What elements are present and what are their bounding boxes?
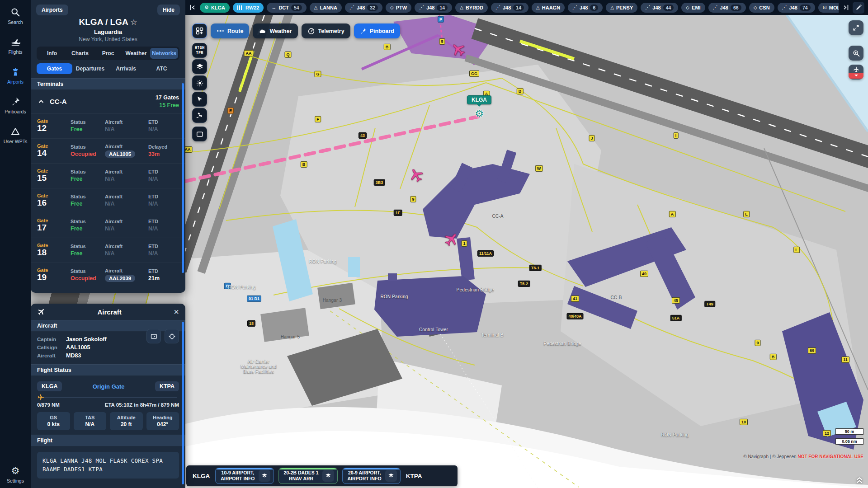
- layers-icon: [259, 470, 270, 482]
- route-waypoint-chip[interactable]: PENSY: [606, 3, 637, 13]
- airport-tab[interactable]: Info: [38, 48, 66, 59]
- center-map-button[interactable]: [192, 127, 207, 141]
- route-waypoint-chip[interactable]: J48 6: [568, 3, 603, 13]
- expand-panel-button[interactable]: [854, 474, 864, 484]
- route-waypoint-chip[interactable]: BYRDD: [455, 3, 488, 13]
- hide-panel-button[interactable]: Hide: [157, 5, 180, 15]
- telemetry-toggle-button[interactable]: Telemetry: [302, 23, 350, 38]
- route-waypoint-chip[interactable]: J48 44: [641, 3, 678, 13]
- close-icon[interactable]: ×: [174, 308, 179, 316]
- telemetry-gauge-button[interactable]: [146, 329, 161, 343]
- rail-item-pinboards[interactable]: Pinboards: [5, 97, 26, 114]
- route-waypoint-chip[interactable]: J48 66: [708, 3, 746, 13]
- waypoint-label: J48: [503, 5, 511, 10]
- airport-tab[interactable]: Weather: [122, 48, 150, 59]
- zoom-area-button[interactable]: [849, 46, 863, 61]
- edit-route-button[interactable]: [853, 2, 864, 14]
- route-waypoint-chip[interactable]: J48 14: [491, 3, 528, 13]
- follow-aircraft-button[interactable]: [849, 65, 863, 80]
- rail-item-airports[interactable]: Airports: [7, 67, 24, 84]
- rail-item-settings[interactable]: ⚙ Settings: [7, 466, 24, 483]
- expand-map-button[interactable]: [849, 20, 863, 35]
- waypoint-icon: [314, 5, 318, 10]
- leg-distance-badge: 14: [437, 5, 448, 11]
- network-subtab[interactable]: Arrivals: [108, 63, 144, 74]
- route-waypoint-chip[interactable]: EMI: [681, 3, 705, 13]
- network-subtab[interactable]: Departures: [72, 63, 108, 74]
- origin-airport-pill[interactable]: KLGA: [37, 381, 62, 391]
- gate-row[interactable]: Gate12 StatusFree AircraftN/A ETDN/A: [31, 113, 185, 138]
- layers-button[interactable]: [192, 59, 207, 74]
- route-waypoint-chip[interactable]: CSN: [749, 3, 774, 13]
- chart-button[interactable]: 20-2B DADES 1RNAV ARR: [278, 468, 338, 484]
- route-waypoint-chip[interactable]: J48 32: [345, 3, 382, 13]
- terminal-group-header[interactable]: CC-A 17 Gates 15 Free: [31, 90, 185, 113]
- collapse-left-icon[interactable]: [189, 4, 197, 11]
- aircraft-marker[interactable]: [406, 165, 427, 186]
- rail-item-user-wpts[interactable]: User WPTs: [4, 127, 28, 144]
- chart-layer-button[interactable]: HIGH IFR: [192, 43, 207, 58]
- favorite-star-icon[interactable]: ☆: [130, 18, 137, 27]
- route-waypoint-chip[interactable]: RW22: [233, 3, 264, 13]
- gates-scrollbar[interactable]: [182, 83, 184, 273]
- route-waypoint-chip[interactable]: J48 74: [778, 3, 815, 13]
- network-subtab[interactable]: ATC: [144, 63, 179, 74]
- progress-plane-icon: [37, 394, 44, 401]
- rail-item-search[interactable]: Search: [8, 7, 23, 25]
- aircraft-marker[interactable]: [448, 39, 469, 61]
- waypoint-label: KLGA: [211, 5, 225, 10]
- gate-status: Free: [71, 201, 105, 207]
- route-waypoint-chip[interactable]: LANNA: [310, 3, 342, 13]
- airport-tab[interactable]: Charts: [66, 48, 94, 59]
- route-waypoint-chip[interactable]: HAAGN: [532, 3, 565, 13]
- waypoint-icon: [271, 5, 276, 10]
- route-waypoint-chip[interactable]: J48 14: [415, 3, 452, 13]
- gate-row[interactable]: Gate15 StatusFree AircraftN/A ETDN/A: [31, 163, 185, 188]
- chart-button[interactable]: 10-9 AIRPORT,AIRPORT INFO: [215, 468, 274, 484]
- brightness-button[interactable]: [192, 75, 207, 90]
- locate-aircraft-button[interactable]: [165, 329, 179, 343]
- route-waypoint-chip[interactable]: KLGA: [200, 3, 230, 13]
- rail-item-flights[interactable]: Flights: [9, 37, 23, 55]
- route-waypoint-chip[interactable]: PTW: [386, 3, 411, 13]
- origin-gate-link[interactable]: Origin Gate: [62, 383, 155, 390]
- skip-end-icon[interactable]: [842, 4, 849, 11]
- weather-toggle-button[interactable]: Weather: [253, 23, 297, 38]
- route-waypoint-chip[interactable]: MOL: [818, 3, 839, 13]
- gate-row[interactable]: Gate19 StatusOccupied AircraftAAL2039 ET…: [31, 263, 185, 287]
- gate-row[interactable]: Gate18 StatusFree AircraftN/A ETDN/A: [31, 238, 185, 263]
- orientation-button[interactable]: [192, 92, 207, 107]
- aircraft-field-row: Aircraft MD83: [37, 352, 179, 359]
- leg-distance-badge: 74: [800, 5, 811, 11]
- leg-distance-badge: 44: [663, 5, 674, 11]
- gate-row[interactable]: Gate14 StatusOccupied AircraftAAL1005 De…: [31, 138, 185, 163]
- airports-breadcrumb-button[interactable]: Airports: [36, 5, 68, 15]
- chart-bar: KLGA 10-9 AIRPORT,AIRPORT INFO 20-2B DAD…: [186, 465, 458, 486]
- route-waypoint-chip[interactable]: DCT 54: [267, 3, 306, 13]
- waypoint-icon: [823, 5, 827, 10]
- map-canvas[interactable]: AAQBGGGFABEAAB43JIW3B31F9AL111/11AT6-1T6…: [185, 15, 868, 488]
- gate-row[interactable]: Gate16 StatusFree AircraftN/A ETDN/A: [31, 188, 185, 213]
- flight-route-text[interactable]: KLGA LANNA J48 MOL FLASK COREX SPA BAAMF…: [37, 452, 179, 479]
- destination-airport-pill[interactable]: KTPA: [155, 381, 179, 391]
- satellite-button[interactable]: [192, 108, 207, 123]
- chart-button[interactable]: 20-9 AIRPORT,AIRPORT INFO: [342, 468, 401, 484]
- airport-tab[interactable]: Proc: [94, 48, 122, 59]
- airport-map-tag[interactable]: KLGA ⚙: [467, 95, 491, 119]
- distance-progress: 0/879 NM: [37, 402, 60, 408]
- pinboard-grid-button[interactable]: [192, 23, 207, 38]
- frame-icon: [196, 130, 204, 138]
- aircraft-marker[interactable]: [440, 229, 462, 250]
- flight-section-header: Flight: [31, 435, 185, 446]
- waypoint-label: HAAGN: [542, 5, 560, 10]
- map-toolbar: Route Weather Telemetry Pinboard: [192, 23, 400, 38]
- route-toggle-button[interactable]: Route: [211, 23, 249, 38]
- rail-label: User WPTs: [4, 139, 28, 144]
- network-subtab[interactable]: Gates: [37, 63, 72, 74]
- aircraft-scrollbar[interactable]: [182, 322, 184, 484]
- airport-tab[interactable]: Networks: [150, 48, 178, 59]
- gate-status: Free: [71, 176, 105, 182]
- stat-box: TAS N/A: [74, 412, 107, 430]
- pinboard-toggle-button[interactable]: Pinboard: [354, 23, 400, 38]
- gate-row[interactable]: Gate17 StatusFree AircraftN/A ETDN/A: [31, 213, 185, 238]
